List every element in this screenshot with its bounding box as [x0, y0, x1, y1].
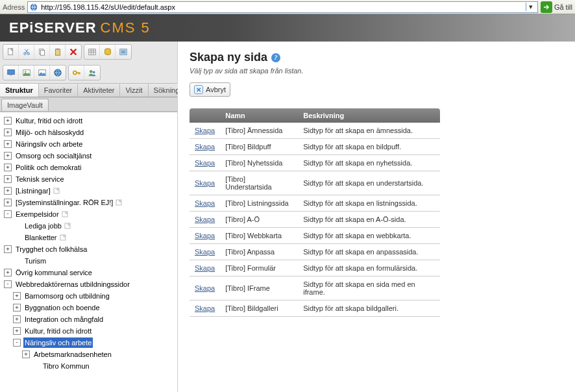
tree-node[interactable]: +Näringsliv och arbete — [4, 138, 177, 150]
toolbtn-db[interactable] — [100, 45, 116, 59]
toolbtn-cut[interactable] — [19, 45, 34, 59]
tab-favoriter[interactable]: Favoriter — [39, 84, 78, 97]
expand-icon[interactable]: + — [13, 315, 21, 323]
tree-label[interactable]: Trygghet och folkhälsa — [14, 244, 88, 254]
expand-icon[interactable]: + — [4, 152, 12, 160]
tree-label[interactable]: Lediga jobb — [23, 221, 63, 231]
tab-vizzit[interactable]: Vizzit — [120, 84, 148, 97]
tree-node[interactable]: +Trygghet och folkhälsa — [4, 243, 177, 255]
tree-node[interactable]: +Arbetsmarknadsenheten — [4, 349, 177, 360]
create-link[interactable]: Skapa — [195, 127, 215, 134]
tree-label[interactable]: Tibro Kommun — [42, 361, 91, 371]
toolbtn-list[interactable] — [116, 45, 131, 59]
tree-label[interactable]: [Listningar] — [14, 186, 52, 196]
expand-icon[interactable]: + — [4, 199, 12, 206]
tree-label[interactable]: Barnomsorg och utbildning — [23, 291, 111, 301]
create-link[interactable]: Skapa — [195, 215, 215, 223]
tree-node[interactable]: +Byggnation och boende — [4, 302, 177, 313]
tree-label[interactable]: Miljö- och hälsoskydd — [14, 127, 85, 138]
go-button[interactable] — [541, 1, 552, 13]
tree-node[interactable]: +[Systeminställningar. RÖR EJ!] — [4, 197, 177, 208]
tree-scroll[interactable]: +Kultur, fritid och idrott+Miljö- och hä… — [0, 112, 177, 392]
tree-label[interactable]: Näringsliv och arbete — [14, 139, 84, 149]
toolbtn-monitor[interactable] — [3, 66, 19, 80]
toolbtn-globe[interactable] — [50, 66, 66, 80]
tree-node[interactable]: +Barnomsorg och utbildning — [4, 290, 177, 302]
tree-node[interactable]: -Näringsliv och arbete — [4, 337, 177, 349]
create-link[interactable]: Skapa — [195, 264, 215, 272]
create-link[interactable]: Skapa — [195, 159, 215, 167]
tree-label[interactable]: Omsorg och socialtjänst — [14, 151, 93, 161]
tree-node[interactable]: Tibro Kommun — [4, 360, 177, 372]
tree-label[interactable]: Arbetsmarknadsenheten — [32, 349, 113, 360]
cell-desc: Sidtyp för att skapa en ämnessida. — [298, 123, 440, 139]
expand-icon[interactable]: + — [4, 269, 12, 276]
cancel-button[interactable]: ✕ Avbryt — [190, 82, 230, 97]
tree-label[interactable]: Kultur, fritid och idrott — [14, 116, 84, 126]
create-link[interactable]: Skapa — [195, 284, 215, 292]
tree-node[interactable]: -Webbredaktörernas utbildningssidor — [4, 278, 177, 290]
tree-label[interactable]: Politik och demokrati — [14, 162, 83, 173]
tree-label[interactable]: Blanketter — [23, 232, 58, 243]
tree-node[interactable]: +Politik och demokrati — [4, 162, 177, 173]
create-link[interactable]: Skapa — [195, 199, 215, 207]
expand-icon[interactable]: + — [13, 327, 21, 335]
toolbtn-image2[interactable] — [34, 66, 50, 80]
tab-aktiviteter[interactable]: Aktiviteter — [78, 84, 120, 97]
tree-label[interactable]: Näringsliv och arbete — [23, 337, 93, 348]
create-link[interactable]: Skapa — [195, 248, 215, 256]
help-icon[interactable]: ? — [271, 53, 280, 62]
url-dropdown[interactable]: ▾ — [526, 3, 536, 11]
svg-point-19 — [93, 71, 95, 73]
toolbtn-delete[interactable] — [66, 45, 81, 59]
expand-icon[interactable]: + — [22, 350, 30, 358]
tree-node[interactable]: +Omsorg och socialtjänst — [4, 150, 177, 162]
toolbtn-table[interactable] — [84, 45, 100, 59]
create-link[interactable]: Skapa — [195, 143, 215, 151]
tree-label[interactable]: Kultur, fritid och idrott — [23, 326, 93, 336]
tree-label[interactable]: Byggnation och boende — [23, 302, 101, 313]
create-link[interactable]: Skapa — [195, 179, 215, 187]
expand-icon[interactable]: + — [4, 187, 12, 195]
tree-node[interactable]: +Teknisk service — [4, 173, 177, 185]
tree-node[interactable]: Lediga jobb — [4, 220, 177, 232]
toolbtn-key[interactable] — [69, 66, 84, 80]
expand-icon[interactable]: + — [4, 117, 12, 125]
collapse-icon[interactable]: - — [13, 339, 21, 347]
tree-label[interactable]: Teknisk service — [14, 174, 66, 184]
toolbtn-new-page[interactable] — [3, 45, 19, 59]
collapse-icon[interactable]: - — [4, 210, 12, 218]
expand-icon[interactable]: + — [4, 245, 12, 253]
tree-label[interactable]: [Systeminställningar. RÖR EJ!] — [14, 197, 114, 208]
tree-node[interactable]: +[Listningar] — [4, 185, 177, 197]
toolbtn-copy[interactable] — [34, 45, 50, 59]
tab-struktur[interactable]: Struktur — [0, 84, 39, 97]
url-field[interactable]: http://195.198.115.42/sUI/edit/default.a… — [27, 1, 538, 13]
expand-icon[interactable]: + — [4, 175, 12, 183]
tree-node[interactable]: +Kultur, fritid och idrott — [4, 325, 177, 337]
tree-node[interactable]: Blanketter — [4, 232, 177, 243]
tree-label[interactable]: Övrig kommunal service — [14, 267, 93, 278]
expand-icon[interactable]: + — [13, 304, 21, 312]
create-link[interactable]: Skapa — [195, 304, 215, 312]
tab-imagevault[interactable]: ImageVault — [1, 99, 49, 111]
tree-node[interactable]: Turism — [4, 255, 177, 267]
tree-node[interactable]: +Miljö- och hälsoskydd — [4, 127, 177, 138]
expand-icon[interactable]: + — [4, 140, 12, 148]
expand-icon[interactable]: + — [4, 164, 12, 171]
tree-node[interactable]: +Integration och mångfald — [4, 313, 177, 325]
toolbtn-users[interactable] — [84, 66, 100, 80]
expand-icon[interactable]: + — [4, 129, 12, 136]
tree-label[interactable]: Turism — [23, 256, 47, 266]
create-link[interactable]: Skapa — [195, 232, 215, 239]
tree-node[interactable]: +Övrig kommunal service — [4, 267, 177, 278]
tree-label[interactable]: Webbredaktörernas utbildningssidor — [14, 279, 131, 289]
expand-icon[interactable]: + — [13, 292, 21, 300]
tree-label[interactable]: Integration och mångfald — [23, 314, 104, 325]
tree-label[interactable]: Exempelsidor — [14, 209, 60, 219]
collapse-icon[interactable]: - — [4, 280, 12, 288]
tree-node[interactable]: -Exempelsidor — [4, 208, 177, 220]
toolbtn-paste[interactable] — [50, 45, 66, 59]
tree-node[interactable]: +Kultur, fritid och idrott — [4, 115, 177, 127]
toolbtn-image1[interactable] — [19, 66, 34, 80]
